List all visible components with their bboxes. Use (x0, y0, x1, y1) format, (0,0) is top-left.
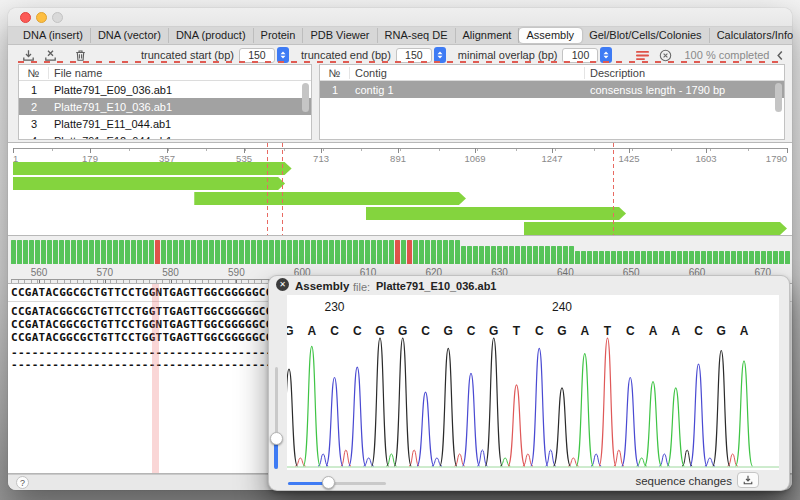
vertical-scale-slider-thumb[interactable] (270, 432, 283, 445)
coverage-bar (719, 251, 724, 264)
tab-calculators-info[interactable]: Calculators/Info (710, 28, 800, 43)
read-bar[interactable] (194, 192, 466, 205)
trace-peak (349, 367, 366, 466)
overview-ruler-label: 1425 (619, 153, 640, 164)
file-row-name: Platte791_E10_036.ab1 (49, 101, 311, 113)
chromatogram-base-letter: C (353, 324, 362, 338)
column-header-number[interactable]: № (19, 67, 49, 79)
export-sequence-changes-button[interactable] (737, 472, 759, 488)
coverage-bar (773, 251, 778, 264)
coverage-bar (515, 246, 520, 264)
contigs-table-header: № Contig Description (320, 65, 784, 81)
column-header-file-name[interactable]: File name (49, 67, 311, 79)
tab-pdb-viewer[interactable]: PDB Viewer (303, 28, 377, 43)
close-icon[interactable]: ✕ (276, 278, 289, 291)
contigs-table: № Contig Description 1contig 1consensus … (319, 64, 785, 140)
coverage-bar (71, 240, 76, 264)
coverage-bar (575, 251, 580, 264)
coverage-bar (341, 240, 346, 264)
coverage-bar (311, 240, 316, 264)
coverage-bar (251, 240, 256, 264)
titlebar[interactable] (8, 8, 792, 26)
read-bar[interactable] (366, 207, 626, 220)
column-header-description[interactable]: Description (585, 67, 784, 79)
coverage-bar (755, 251, 760, 264)
trace-peak (318, 454, 328, 466)
read-bar[interactable] (13, 177, 285, 190)
coverage-bar (59, 240, 64, 264)
horizontal-zoom-slider-thumb[interactable] (322, 476, 335, 489)
detail-ruler-label: 590 (228, 267, 245, 278)
contigs-table-scrollbar[interactable] (775, 83, 782, 112)
coverage-bar (467, 246, 472, 264)
close-window-icon[interactable] (20, 12, 31, 23)
file-row[interactable]: 2Platte791_E10_036.ab1 (19, 98, 311, 115)
coverage-bar (761, 251, 766, 264)
tab-bar: DNA (insert)DNA (vector)DNA (product)Pro… (8, 26, 792, 45)
coverage-bar (701, 251, 706, 264)
chromatogram-base-letter: A (649, 324, 658, 338)
tab-gel-blot-cells-colonies[interactable]: Gel/Blot/Cells/Colonies (582, 28, 710, 43)
assembly-overview-panel[interactable]: 117935753571389110691247142516031790 (8, 142, 792, 236)
tab-dna-vector[interactable]: DNA (vector) (91, 28, 169, 43)
coverage-strip[interactable] (8, 238, 792, 266)
column-header-number[interactable]: № (320, 67, 350, 79)
coverage-bar (749, 251, 754, 264)
zoom-window-icon[interactable] (52, 12, 63, 23)
conflict-highlight-column (152, 284, 159, 473)
stepper-arrows-icon (435, 49, 445, 61)
detail-ruler-label: 560 (31, 267, 48, 278)
contig-row-description: consensus length - 1790 bp (585, 84, 784, 96)
contig-row[interactable]: 1contig 1consensus length - 1790 bp (320, 81, 784, 98)
trace-peak (531, 348, 548, 466)
coverage-bar (629, 251, 634, 264)
trace-peak (417, 392, 434, 466)
chevron-right-icon (795, 48, 800, 63)
chromatogram-position-label: 240 (552, 300, 572, 314)
files-table-scrollbar[interactable] (302, 83, 309, 112)
file-row[interactable]: 4Platte791_E12_044.ab1 (19, 132, 311, 140)
file-row[interactable]: 1Platte791_E09_036.ab1 (19, 81, 311, 98)
assembly-report-icon (635, 49, 651, 62)
conflict-marker-line (613, 143, 614, 235)
trace-peak (645, 382, 662, 466)
read-bar[interactable] (13, 162, 292, 175)
coverage-bar (665, 251, 670, 264)
coverage-bar (707, 251, 712, 264)
coverage-bar (623, 251, 628, 264)
coverage-bar (635, 251, 640, 264)
chromatogram-base-letter: C (626, 324, 635, 338)
trace-peak (485, 338, 502, 466)
tab-alignment[interactable]: Alignment (456, 28, 520, 43)
chromatogram-base-letter: C (467, 324, 476, 338)
read-bar[interactable] (524, 222, 787, 235)
coverage-bar (425, 240, 430, 264)
coverage-bar (647, 251, 652, 264)
coverage-bar (677, 251, 682, 264)
coverage-bar (569, 246, 574, 264)
coverage-bar (725, 251, 730, 264)
trace-peak (477, 450, 487, 466)
tab-protein[interactable]: Protein (254, 28, 304, 43)
coverage-bar (305, 240, 310, 264)
tab-rna-seq-de[interactable]: RNA-seq DE (378, 28, 456, 43)
chromatogram-view[interactable]: 230240GACCGGCGCGTCGATCAACGA (287, 295, 779, 470)
forward-button[interactable] (791, 48, 800, 63)
coverage-bar (509, 246, 514, 264)
file-row[interactable]: 3Platte791_E11_044.ab1 (19, 115, 311, 132)
coverage-bar (197, 240, 202, 264)
help-button[interactable]: ? (16, 476, 29, 489)
read-sequence-row: CCGATACGGCGCTGTTCCTGGTTGAGTTGGCGGGGGCG (11, 305, 273, 318)
coverage-bar (149, 240, 154, 264)
column-header-contig[interactable]: Contig (350, 67, 585, 79)
minimize-window-icon[interactable] (36, 12, 47, 23)
vertical-scale-slider-fill (274, 443, 278, 469)
coverage-bar (23, 240, 28, 264)
coverage-conflict-bar (407, 240, 412, 264)
coverage-bar (29, 240, 34, 264)
tab-dna-insert[interactable]: DNA (insert) (16, 28, 91, 43)
coverage-bar (35, 240, 40, 264)
tab-assembly[interactable]: Assembly (519, 28, 582, 43)
tab-dna-product[interactable]: DNA (product) (169, 28, 254, 43)
file-row-name: Platte791_E12_044.ab1 (49, 135, 311, 141)
